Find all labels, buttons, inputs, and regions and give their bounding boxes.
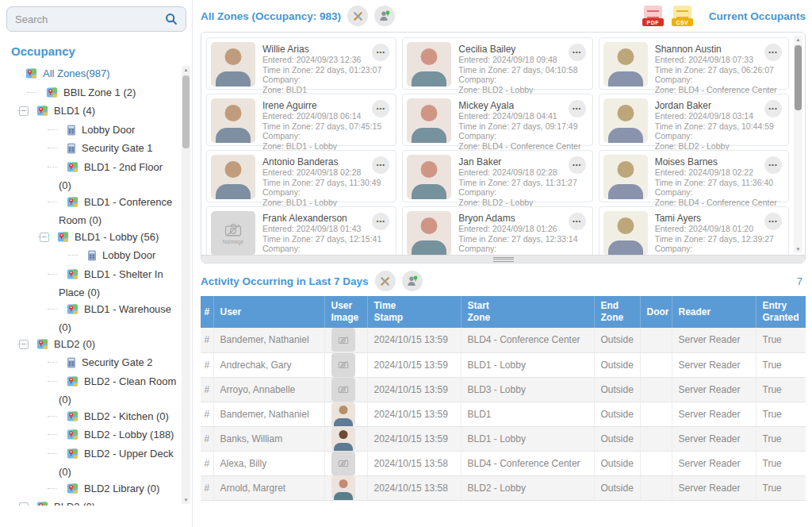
occupant-card[interactable]: Irene Aguirre Entered: 2024/09/18 06:14 … xyxy=(206,94,396,146)
panel-tools-button[interactable] xyxy=(347,6,368,26)
no-image-placeholder: NoImage xyxy=(211,211,255,256)
activity-row[interactable]: # Bandemer, Nathaniel 2024/10/15 13:59 B… xyxy=(201,402,806,426)
occupant-card[interactable]: Jordan Baker Entered: 2024/09/18 03:14 T… xyxy=(599,94,789,146)
tree-item[interactable]: BBIL Zone 1 (2) xyxy=(6,85,178,104)
occupant-entered: Entered: 2024/09/18 09:48 xyxy=(458,55,577,65)
tree-item[interactable]: BLD1 - Warehouse (0) xyxy=(6,302,178,337)
occupant-card[interactable]: Mickey Ayala Entered: 2024/09/18 04:41 T… xyxy=(402,94,592,146)
tree-item[interactable]: BLD2 - Kitchen (0) xyxy=(6,409,178,428)
export-pdf-button[interactable]: PDF xyxy=(644,6,662,26)
tree-item[interactable]: BLD2 - Clean Room (0) xyxy=(6,374,178,409)
card-menu-button[interactable]: ••• xyxy=(372,213,389,230)
collapse-toggle-icon[interactable]: − xyxy=(19,502,29,506)
activity-panel-header: Activity Occurring in Last 7 Days 7 xyxy=(201,266,806,296)
search-input[interactable] xyxy=(15,13,165,25)
activity-tools-button[interactable] xyxy=(375,271,396,291)
col-user[interactable]: User xyxy=(213,296,324,328)
tree-item-label[interactable]: BLD2 Library (0) xyxy=(84,483,159,494)
activity-locate-button[interactable] xyxy=(402,271,423,291)
occupant-card[interactable]: NoImage Frank Alexanderson Entered: 2024… xyxy=(206,206,396,259)
tree-item-label[interactable]: Lobby Door xyxy=(102,249,155,261)
col-entry-granted[interactable]: Entry Granted xyxy=(756,296,806,328)
occupant-card[interactable]: Willie Arias Entered: 2024/09/23 12:36 T… xyxy=(206,37,396,90)
scroll-up-icon[interactable]: ▲ xyxy=(794,37,802,42)
collapse-toggle-icon[interactable]: − xyxy=(19,106,29,116)
scrollbar-thumb[interactable] xyxy=(182,75,190,148)
search-box[interactable] xyxy=(6,6,186,32)
card-menu-button[interactable]: ••• xyxy=(372,100,389,117)
scroll-down-icon[interactable]: ▼ xyxy=(182,498,190,502)
tree-connector xyxy=(38,237,48,237)
occupant-card[interactable]: Bryon Adams Entered: 2024/09/18 01:26 Ti… xyxy=(402,206,592,259)
locate-occupant-button[interactable] xyxy=(374,6,395,26)
col-reader[interactable]: Reader xyxy=(672,296,756,328)
collapse-toggle-icon[interactable]: − xyxy=(40,233,49,242)
search-icon[interactable] xyxy=(165,13,178,25)
sidebar-scrollbar[interactable]: ▲ ▼ xyxy=(182,66,190,504)
card-menu-button[interactable]: ••• xyxy=(764,44,782,61)
tree-item-label[interactable]: BLD1 - Lobby (56) xyxy=(75,231,159,243)
tree-item[interactable]: Security Gate 2 xyxy=(6,355,178,374)
tree-item[interactable]: Lobby Door xyxy=(6,122,178,141)
cell-start-zone: BLD4 - Conference Center xyxy=(461,328,594,352)
card-menu-button[interactable]: ••• xyxy=(372,44,389,61)
tree-item-label[interactable]: Lobby Door xyxy=(82,124,135,136)
tree-item[interactable]: BLD2 Library (0) xyxy=(6,481,178,500)
tree-item[interactable]: BLD1 - Shelter In Place (0) xyxy=(6,267,178,302)
col-user-image[interactable]: User Image xyxy=(324,296,367,328)
scroll-down-icon[interactable]: ▼ xyxy=(794,247,802,252)
tree-item[interactable]: BLD1 - Conference Room (0) xyxy=(6,194,178,229)
card-menu-button[interactable]: ••• xyxy=(569,156,586,174)
tree-item[interactable]: Lobby Door xyxy=(6,248,178,267)
col-time-stamp[interactable]: Time Stamp xyxy=(367,296,461,328)
activity-row[interactable]: # Bandemer, Nathaniel xyxy=(201,328,806,352)
tree-item-label[interactable]: BLD2 - Lobby (188) xyxy=(84,429,174,440)
col-start-zone[interactable]: Start Zone xyxy=(461,296,594,328)
tree-item[interactable]: Security Gate 1 xyxy=(6,140,178,160)
cell-user: Bandemer, Nathaniel xyxy=(213,328,324,352)
tree-item-label[interactable]: BBIL Zone 1 (2) xyxy=(63,87,136,98)
tree-item[interactable]: −BLD3 (0) xyxy=(6,499,178,506)
tree-item-label[interactable]: All Zones(987) xyxy=(43,67,110,79)
tree-item-label[interactable]: BLD3 (0) xyxy=(54,501,95,506)
tree-item-label[interactable]: BLD1 (4) xyxy=(54,105,95,117)
scrollbar-thumb[interactable] xyxy=(795,45,802,110)
tree-item[interactable]: −BLD1 (4) xyxy=(6,103,178,122)
col-end-zone[interactable]: End Zone xyxy=(594,296,640,328)
activity-row[interactable]: # Banks, William 2024/10/15 13:59 BLD1 -… xyxy=(201,426,806,451)
tree-item[interactable]: BLD2 - Lobby (188) xyxy=(6,427,178,446)
activity-row[interactable]: # Andrechak, Gary xyxy=(201,352,806,377)
card-menu-button[interactable]: ••• xyxy=(569,100,586,117)
collapse-toggle-icon[interactable]: − xyxy=(19,340,29,349)
col-door[interactable]: Door xyxy=(640,296,672,328)
activity-row[interactable]: # Arroyo, Annabelle xyxy=(201,377,806,402)
tree-item[interactable]: All Zones(987) xyxy=(6,66,178,85)
occupant-card[interactable]: Antonio Banderas Entered: 2024/09/18 02:… xyxy=(206,150,396,202)
panel-resize-grip[interactable] xyxy=(201,255,805,263)
tree-item-label[interactable]: BLD2 (0) xyxy=(54,338,95,350)
tree-item[interactable]: BLD2 - Upper Deck (0) xyxy=(6,446,178,481)
export-csv-button[interactable]: CSV xyxy=(673,6,691,26)
tree-item[interactable]: −BLD1 - Lobby (56) xyxy=(6,229,178,248)
card-menu-button[interactable]: ••• xyxy=(764,156,782,174)
activity-row[interactable]: # Alexa, Billy xyxy=(201,451,806,475)
tree-item-label[interactable]: Security Gate 2 xyxy=(82,356,153,368)
card-menu-button[interactable]: ••• xyxy=(372,156,389,174)
cards-scrollbar[interactable]: ▲ ▼ xyxy=(794,36,802,253)
occupant-card[interactable]: Jan Baker Entered: 2024/09/18 02:28 Time… xyxy=(402,150,592,202)
card-menu-button[interactable]: ••• xyxy=(569,213,586,230)
tree-item[interactable]: BLD1 - 2nd Floor (0) xyxy=(6,160,178,194)
card-menu-button[interactable]: ••• xyxy=(764,213,782,230)
tree-item-label[interactable]: BLD2 - Kitchen (0) xyxy=(84,410,169,422)
scroll-up-icon[interactable]: ▲ xyxy=(182,67,190,72)
occupant-card[interactable]: Shannon Austin Entered: 2024/09/18 07:33… xyxy=(599,37,789,90)
activity-row[interactable]: # Arnold, Margret 2024/10/15 13:58 BLD2 … xyxy=(201,475,806,500)
col-num[interactable]: # xyxy=(201,296,213,328)
occupant-card[interactable]: Cecilia Bailey Entered: 2024/09/18 09:48… xyxy=(402,37,592,90)
tree-item-label[interactable]: Security Gate 1 xyxy=(82,142,153,154)
card-menu-button[interactable]: ••• xyxy=(764,100,782,117)
occupant-card[interactable]: Tami Ayers Entered: 2024/09/18 01:20 Tim… xyxy=(599,206,789,259)
card-menu-button[interactable]: ••• xyxy=(569,44,586,61)
tree-item[interactable]: −BLD2 (0) xyxy=(6,337,178,356)
occupant-card[interactable]: Moises Barnes Entered: 2024/09/18 02:22 … xyxy=(599,150,789,202)
